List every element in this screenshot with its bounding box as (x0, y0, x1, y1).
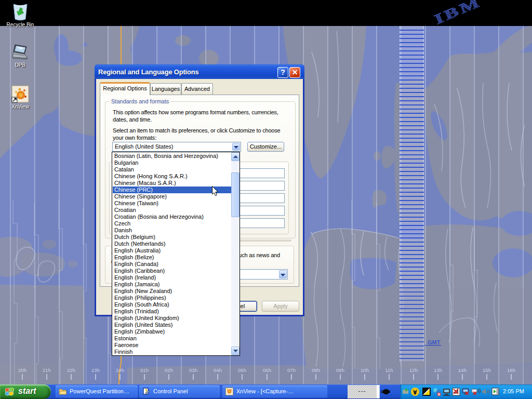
svg-text:02h: 02h (165, 367, 173, 373)
svg-text:GMT: GMT (428, 339, 441, 345)
svg-text:11h: 11h (385, 367, 393, 373)
svg-text:16h: 16h (507, 367, 515, 373)
svg-text:14h: 14h (458, 367, 467, 373)
svg-text:03h: 03h (189, 367, 197, 373)
svg-text:20h: 20h (18, 367, 26, 373)
svg-text:13h: 13h (434, 367, 442, 373)
svg-text:12h: 12h (409, 367, 418, 373)
svg-text:21h: 21h (43, 367, 51, 373)
svg-text:08h: 08h (312, 367, 320, 373)
svg-text:01h: 01h (140, 367, 149, 373)
svg-text:07h: 07h (287, 367, 296, 373)
svg-text:10h: 10h (361, 367, 369, 373)
svg-text:23h: 23h (91, 367, 100, 373)
svg-text:05h: 05h (238, 367, 246, 373)
svg-text:06h: 06h (263, 367, 271, 373)
svg-text:24h: 24h (116, 367, 124, 373)
svg-text:09h: 09h (336, 367, 344, 373)
svg-text:04h: 04h (214, 367, 222, 373)
svg-text:22h: 22h (67, 367, 75, 373)
svg-text:15h: 15h (483, 367, 491, 373)
